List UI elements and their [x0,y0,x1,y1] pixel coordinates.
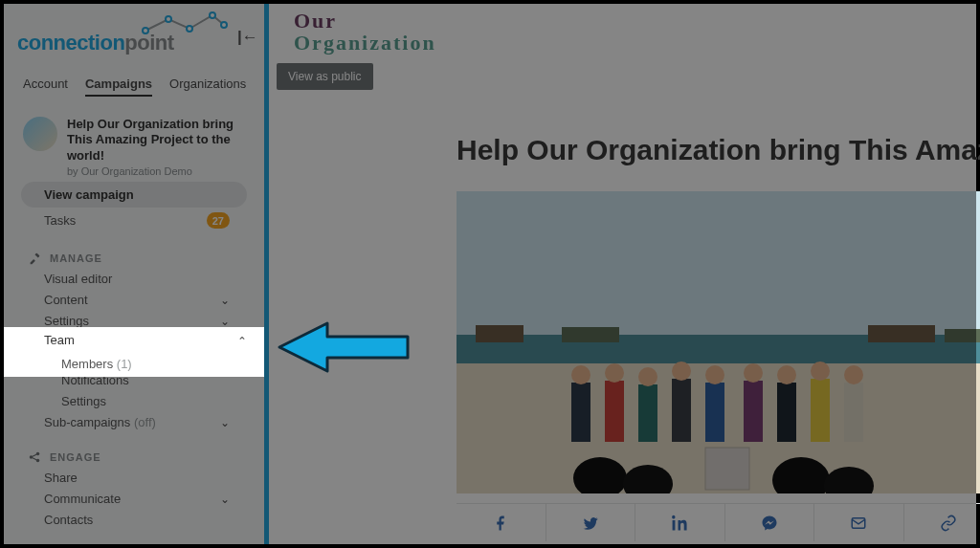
campaign-title: Help Our Organization bring This Amazing… [67,117,247,164]
chevron-down-icon: ⌄ [220,416,230,429]
svg-point-33 [777,365,796,384]
svg-rect-12 [562,327,619,342]
sub-campaigns-label: Sub-campaigns [44,415,130,429]
svg-point-25 [638,367,657,386]
svg-point-3 [210,12,215,18]
svg-rect-30 [744,381,763,442]
content-label: Content [44,293,220,307]
tasks-label: Tasks [44,213,201,228]
svg-rect-11 [476,325,523,342]
svg-point-31 [744,363,763,383]
engage-label: ENGAGE [50,451,101,463]
svg-point-2 [187,26,192,32]
campaign-header[interactable]: Help Our Organization bring This Amazing… [23,117,247,177]
share-label: Share [44,471,230,485]
twitter-icon [582,515,599,532]
members-row[interactable]: Members (1) [4,353,264,377]
svg-point-7 [36,459,40,463]
svg-point-1 [166,16,171,22]
svg-point-35 [811,362,830,381]
tasks-row[interactable]: Tasks 27 [21,207,247,234]
sub-campaigns-state: (off) [134,415,156,429]
visual-editor-label: Visual editor [44,272,230,286]
svg-rect-13 [868,325,935,342]
brand-logo[interactable]: connectionpoint [17,10,247,55]
share-linkedin[interactable] [635,504,725,541]
svg-rect-22 [605,381,624,442]
linkedin-icon [671,515,688,532]
svg-rect-34 [811,379,830,442]
campaign-subtitle: by Our Organization Demo [67,165,247,177]
share-email[interactable] [814,504,904,541]
collapse-sidebar-button[interactable]: |← [235,25,260,50]
svg-point-6 [36,452,40,456]
view-campaign-button[interactable]: View campaign [21,182,247,208]
link-icon [940,515,957,532]
campaign-avatar [23,117,57,151]
callout-arrow [276,319,410,375]
svg-point-4 [221,22,227,28]
contacts-label: Contacts [44,513,230,527]
email-icon [850,515,867,532]
svg-point-37 [844,365,863,384]
svg-rect-32 [777,383,796,442]
share-bar [457,503,980,541]
svg-point-21 [571,365,590,384]
share-link[interactable] [904,504,981,541]
messenger-icon [761,515,778,532]
svg-rect-24 [638,384,657,442]
team-row[interactable]: Team ⌄ [4,327,264,353]
svg-rect-20 [571,383,590,442]
svg-rect-26 [672,379,691,442]
svg-point-0 [143,28,148,33]
svg-rect-36 [844,383,863,442]
share-nodes-icon [27,449,42,465]
nav-campaigns[interactable]: Campaigns [85,77,152,97]
svg-point-23 [605,363,624,383]
logo-network-icon [142,10,228,36]
nav-account[interactable]: Account [23,77,68,97]
tools-icon [27,251,42,266]
facebook-icon [492,515,509,532]
svg-rect-28 [705,383,724,442]
members-label: Members [61,357,113,371]
page-title: Help Our Organization bring This Amazing… [457,134,976,166]
team-label: Team [44,333,237,347]
sub-campaigns-row[interactable]: Sub-campaigns (off) ⌄ [21,409,247,435]
org-logo-line2: Organization [294,32,436,54]
nav-organizations[interactable]: Organizations [169,77,246,97]
svg-point-29 [705,365,724,384]
contacts-row[interactable]: Contacts [21,507,247,533]
chevron-down-icon: ⌄ [220,315,230,328]
share-messenger[interactable] [725,504,815,541]
view-as-public-button[interactable]: View as public [277,63,373,90]
org-logo: Our Organization [294,10,436,54]
share-twitter[interactable] [546,504,636,541]
brand-part1: connection [17,31,124,55]
svg-rect-8 [457,191,980,335]
chevron-down-icon: ⌄ [220,294,230,307]
team-settings-label: Settings [61,394,230,408]
chevron-down-icon: ⌄ [220,493,230,506]
svg-point-5 [30,455,33,459]
hero-image [457,191,980,493]
org-logo-line1: Our [294,10,436,32]
svg-rect-19 [705,448,749,490]
svg-rect-14 [945,329,980,342]
share-facebook[interactable] [457,504,546,541]
communicate-label: Communicate [44,492,220,506]
manage-label: MANAGE [50,252,102,264]
tasks-count-badge: 27 [207,212,230,229]
svg-point-27 [672,362,691,381]
members-count: (1) [117,357,132,371]
chevron-up-icon: ⌄ [237,334,247,347]
settings-label: Settings [44,314,220,328]
